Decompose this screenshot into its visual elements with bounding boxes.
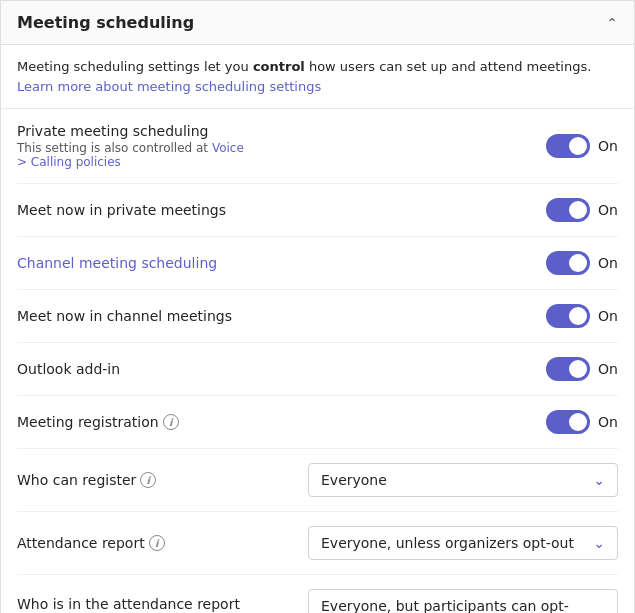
collapse-icon[interactable]: ⌃ [606, 15, 618, 31]
dropdown-value: Everyone [321, 472, 585, 488]
setting-row-outlook-addin: Outlook add-in On [17, 343, 618, 396]
toggle-on-label: On [598, 361, 618, 377]
attendance-report-dropdown[interactable]: Everyone, unless organizers opt-out ⌄ [308, 526, 618, 560]
dropdown-control: Everyone, but participants can opt-out ⌄ [308, 589, 618, 613]
setting-label-group: Private meeting scheduling This setting … [17, 123, 546, 169]
setting-row-who-can-register: Who can register i Everyone ⌄ [17, 449, 618, 512]
setting-row-channel-meeting: Channel meeting scheduling On [17, 237, 618, 290]
setting-label-group: Meet now in private meetings [17, 202, 546, 218]
setting-row-meet-now-private: Meet now in private meetings On [17, 184, 618, 237]
toggle-meet-now-channel[interactable] [546, 304, 590, 328]
setting-row-attendance-report: Attendance report i Everyone, unless org… [17, 512, 618, 575]
setting-label: Meet now in private meetings [17, 202, 522, 218]
setting-sublabel: This setting is also controlled at Voice… [17, 141, 522, 169]
chevron-down-icon: ⌄ [593, 606, 605, 613]
toggle-on-label: On [598, 202, 618, 218]
setting-label-group: Channel meeting scheduling [17, 255, 546, 271]
setting-label-group: Meet now in channel meetings [17, 308, 546, 324]
learn-more-link[interactable]: Learn more about meeting scheduling sett… [17, 79, 321, 94]
info-icon-who-can-register[interactable]: i [140, 472, 156, 488]
setting-label: Meet now in channel meetings [17, 308, 522, 324]
toggle-thumb [569, 137, 587, 155]
settings-container: Private meeting scheduling This setting … [1, 109, 634, 613]
info-icon-meeting-registration[interactable]: i [163, 414, 179, 430]
setting-label-group: Who is in the attendance report i [17, 596, 308, 613]
setting-label: Who is in the attendance report [17, 596, 284, 612]
toggle-meet-now-private[interactable] [546, 198, 590, 222]
who-can-register-dropdown[interactable]: Everyone ⌄ [308, 463, 618, 497]
toggle-on-label: On [598, 138, 618, 154]
toggle-wrapper[interactable]: On [546, 198, 618, 222]
setting-row-meeting-registration: Meeting registration i On [17, 396, 618, 449]
setting-row-meet-now-channel: Meet now in channel meetings On [17, 290, 618, 343]
panel-header: Meeting scheduling ⌃ [1, 1, 634, 45]
toggle-wrapper[interactable]: On [546, 357, 618, 381]
setting-label: Outlook add-in [17, 361, 522, 377]
toggle-control: On [546, 357, 618, 381]
setting-row-private-meeting-scheduling: Private meeting scheduling This setting … [17, 109, 618, 184]
setting-label-group: Meeting registration i [17, 414, 546, 430]
setting-label: Private meeting scheduling [17, 123, 522, 139]
toggle-thumb [569, 360, 587, 378]
toggle-control: On [546, 134, 618, 158]
toggle-thumb [569, 413, 587, 431]
toggle-on-label: On [598, 255, 618, 271]
setting-label: Channel meeting scheduling [17, 255, 522, 271]
dropdown-value: Everyone, unless organizers opt-out [321, 535, 585, 551]
setting-label-group: Attendance report i [17, 535, 308, 551]
toggle-control: On [546, 304, 618, 328]
setting-row-who-in-attendance-report: Who is in the attendance report i Everyo… [17, 575, 618, 613]
toggle-thumb [569, 254, 587, 272]
toggle-outlook-addin[interactable] [546, 357, 590, 381]
toggle-meeting-registration[interactable] [546, 410, 590, 434]
panel-description: Meeting scheduling settings let you cont… [1, 45, 634, 109]
toggle-wrapper[interactable]: On [546, 304, 618, 328]
chevron-down-icon: ⌄ [593, 472, 605, 488]
toggle-control: On [546, 251, 618, 275]
who-in-attendance-dropdown[interactable]: Everyone, but participants can opt-out ⌄ [308, 589, 618, 613]
toggle-wrapper[interactable]: On [546, 134, 618, 158]
toggle-thumb [569, 201, 587, 219]
toggle-control: On [546, 410, 618, 434]
info-icon-attendance-report[interactable]: i [149, 535, 165, 551]
dropdown-value: Everyone, but participants can opt-out [321, 598, 585, 613]
setting-label-group: Outlook add-in [17, 361, 546, 377]
voice-link[interactable]: Voice [212, 141, 244, 155]
chevron-down-icon: ⌄ [593, 535, 605, 551]
setting-label-group: Who can register i [17, 472, 308, 488]
toggle-wrapper[interactable]: On [546, 251, 618, 275]
setting-label: Attendance report i [17, 535, 284, 551]
dropdown-control: Everyone ⌄ [308, 463, 618, 497]
panel-title: Meeting scheduling [17, 13, 194, 32]
setting-label: Meeting registration i [17, 414, 522, 430]
calling-policies-link[interactable]: > Calling policies [17, 155, 121, 169]
meeting-scheduling-panel: Meeting scheduling ⌃ Meeting scheduling … [0, 0, 635, 613]
toggle-wrapper[interactable]: On [546, 410, 618, 434]
dropdown-control: Everyone, unless organizers opt-out ⌄ [308, 526, 618, 560]
toggle-on-label: On [598, 308, 618, 324]
toggle-channel-meeting[interactable] [546, 251, 590, 275]
toggle-control: On [546, 198, 618, 222]
setting-label: Who can register i [17, 472, 284, 488]
toggle-on-label: On [598, 414, 618, 430]
description-text: Meeting scheduling settings let you cont… [17, 59, 591, 74]
toggle-thumb [569, 307, 587, 325]
toggle-private-meeting[interactable] [546, 134, 590, 158]
